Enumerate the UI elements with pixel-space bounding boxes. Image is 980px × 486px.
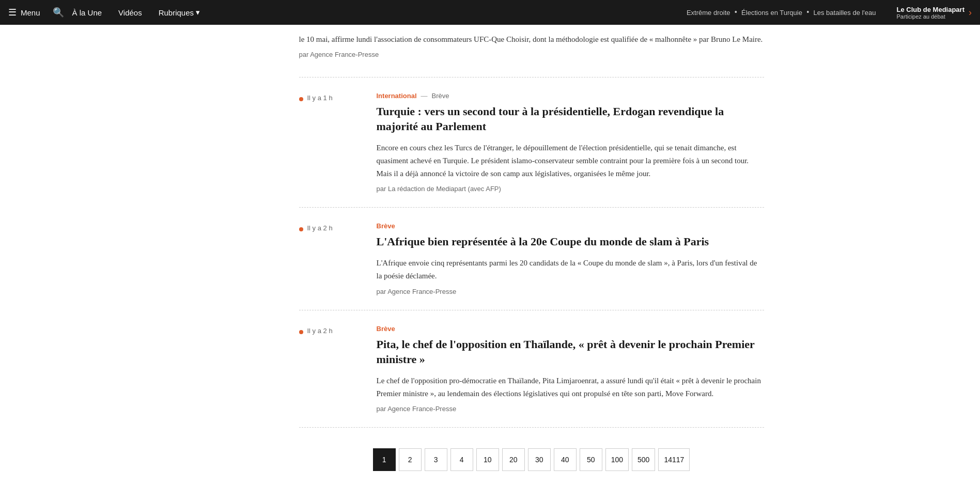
nav-center: À la Une Vidéos Rubriques ▾ — [72, 8, 200, 17]
article-category-line-0: International — Brève — [377, 92, 764, 100]
page-button-2[interactable]: 2 — [399, 448, 422, 471]
page-button-10[interactable]: 10 — [476, 448, 499, 471]
club-arrow-icon: › — [969, 7, 972, 18]
article-time-1: Il y a 2 h — [307, 224, 333, 232]
club-title: Le Club de Mediapart — [897, 6, 965, 13]
ticker-item-1[interactable]: Élections en Turquie — [741, 9, 802, 17]
article-byline-2: par Agence France-Presse — [377, 405, 764, 413]
main-content: le 10 mai, affirme lundi l'association d… — [196, 0, 785, 486]
page-button-100[interactable]: 100 — [605, 448, 629, 471]
page-button-1[interactable]: 1 — [373, 448, 396, 471]
search-icon[interactable]: 🔍 — [53, 7, 64, 18]
top-snippet: le 10 mai, affirme lundi l'association d… — [299, 33, 764, 77]
article-title-1[interactable]: L'Afrique bien représentée à la 20e Coup… — [377, 234, 764, 249]
club-text: Le Club de Mediapart Participez au débat — [897, 6, 965, 20]
page-button-14117[interactable]: 14117 — [658, 448, 690, 471]
article-item: Il y a 2 h Brève L'Afrique bien représen… — [299, 208, 764, 310]
article-sep-0: — — [421, 92, 428, 100]
article-dot-0 — [299, 97, 303, 101]
article-meta-2: Il y a 2 h — [299, 325, 377, 413]
ticker-dot-0: • — [735, 8, 738, 17]
nav-link-rubriques[interactable]: Rubriques ▾ — [159, 8, 200, 17]
article-meta-0: Il y a 1 h — [299, 92, 377, 193]
article-category-2[interactable]: Brève — [377, 325, 395, 333]
article-excerpt-1: L'Afrique envoie cinq représentants parm… — [377, 257, 764, 283]
top-snippet-text: le 10 mai, affirme lundi l'association d… — [299, 33, 764, 45]
nav-link-videos[interactable]: Vidéos — [118, 8, 142, 17]
article-item: Il y a 2 h Brève Pita, le chef de l'oppo… — [299, 310, 764, 428]
article-item: Il y a 1 h International — Brève Turquie… — [299, 77, 764, 208]
article-title-2[interactable]: Pita, le chef de l'opposition en Thaïlan… — [377, 337, 764, 367]
article-byline-1: par Agence France-Presse — [377, 288, 764, 295]
menu-label: Menu — [21, 8, 40, 17]
ticker-dot-1: • — [806, 8, 810, 17]
article-category-0[interactable]: International — [377, 92, 417, 100]
page-button-50[interactable]: 50 — [580, 448, 602, 471]
ticker-item-2[interactable]: Les batailles de l'eau — [814, 9, 876, 17]
page-button-3[interactable]: 3 — [425, 448, 447, 471]
nav-bar: ☰ Menu 🔍 À la Une Vidéos Rubriques ▾ Ext… — [0, 0, 980, 25]
article-excerpt-0: Encore en cours chez les Turcs de l'étra… — [377, 142, 764, 180]
article-dot-1 — [299, 227, 303, 231]
article-badge-0: Brève — [432, 92, 449, 100]
article-title-0[interactable]: Turquie : vers un second tour à la prési… — [377, 104, 764, 134]
article-meta-1: Il y a 2 h — [299, 222, 377, 295]
article-body-2: Brève Pita, le chef de l'opposition en T… — [377, 325, 764, 413]
page-button-20[interactable]: 20 — [502, 448, 525, 471]
article-body-0: International — Brève Turquie : vers un … — [377, 92, 764, 193]
article-category-1[interactable]: Brève — [377, 222, 395, 230]
ticker-item-0[interactable]: Extrême droite — [687, 9, 730, 17]
article-time-2: Il y a 2 h — [307, 327, 333, 335]
nav-left: ☰ Menu 🔍 — [8, 7, 64, 18]
nav-link-a-la-une[interactable]: À la Une — [72, 8, 102, 17]
top-snippet-byline: par Agence France-Presse — [299, 50, 764, 60]
rubriques-label: Rubriques — [159, 8, 194, 17]
article-body-1: Brève L'Afrique bien représentée à la 20… — [377, 222, 764, 295]
article-excerpt-2: Le chef de l'opposition pro-démocratie e… — [377, 374, 764, 400]
article-category-line-2: Brève — [377, 325, 764, 333]
nav-ticker: Extrême droite • Élections en Turquie • … — [687, 6, 972, 20]
hamburger-icon: ☰ — [8, 7, 17, 18]
article-byline-0: par La rédaction de Mediapart (avec AFP) — [377, 185, 764, 193]
page-button-500[interactable]: 500 — [632, 448, 655, 471]
pagination: 1234102030405010050014117 — [299, 428, 764, 486]
article-dot-2 — [299, 330, 303, 334]
article-time-0: Il y a 1 h — [307, 94, 333, 102]
page-button-40[interactable]: 40 — [554, 448, 577, 471]
club-link[interactable]: Le Club de Mediapart Participez au débat… — [897, 6, 972, 20]
club-subtitle: Participez au débat — [897, 13, 965, 20]
page-button-30[interactable]: 30 — [528, 448, 551, 471]
menu-button[interactable]: ☰ Menu — [8, 7, 40, 18]
article-category-line-1: Brève — [377, 222, 764, 230]
page-button-4[interactable]: 4 — [450, 448, 473, 471]
chevron-down-icon: ▾ — [196, 8, 200, 17]
